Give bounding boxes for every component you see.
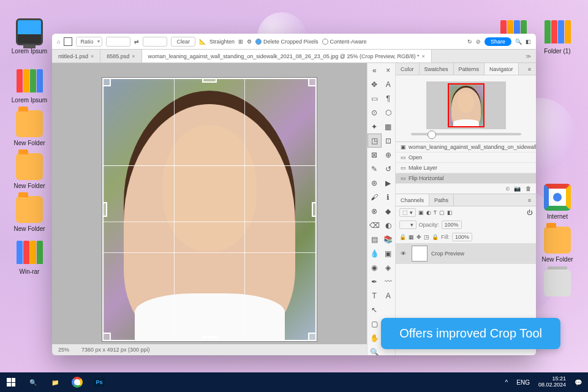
layer-row[interactable]: 👁 Crop Preview (396, 243, 536, 264)
wand-tool-icon[interactable]: ✦ (368, 119, 382, 134)
filter-type-icon[interactable]: T (434, 209, 437, 216)
snapshot-icon[interactable]: ⎚ (506, 186, 509, 192)
dodge-tool-icon[interactable]: ◉ (368, 260, 382, 274)
search-icon[interactable]: 🔍 (515, 39, 522, 45)
swatch-icon[interactable]: ▦ (382, 119, 396, 134)
history-item[interactable]: ▣woman_leaning_against_wall_standing_on_… (396, 142, 536, 153)
eyedropper-icon[interactable]: ✎ (368, 162, 382, 176)
desktop-icon-folder[interactable]: New Folder (10, 110, 49, 146)
zoom-level[interactable]: 25% (58, 347, 69, 353)
lock-icon[interactable]: 🔒 (399, 234, 406, 240)
stamp-tool-icon[interactable]: ⊗ (368, 204, 382, 218)
lock-artboard-icon[interactable]: ◳ (424, 234, 429, 240)
crop-tool-icon[interactable] (64, 37, 72, 46)
chrome-button[interactable] (66, 372, 88, 392)
tray-chevron-icon[interactable]: ^ (505, 379, 508, 386)
ratio-dropdown[interactable]: Ratio (76, 37, 102, 47)
blur-tool-icon[interactable]: 💧 (368, 246, 382, 260)
desktop-icon-books[interactable]: Lorem Ipsum (10, 67, 49, 104)
adjust-icon[interactable]: ◐ (382, 218, 396, 232)
swap-icon[interactable]: ⇄ (134, 39, 139, 45)
paragraph-icon[interactable]: ¶ (382, 91, 396, 105)
filter-smart-icon[interactable]: ◧ (447, 209, 453, 216)
crop-handle[interactable] (312, 202, 317, 217)
desktop-icon-monitor[interactable]: Lorem Ipsum (10, 18, 49, 55)
filter-shape-icon[interactable]: ▢ (439, 209, 445, 216)
shape-tool-icon[interactable]: ▢ (368, 317, 382, 331)
action-icon[interactable]: ▶ (382, 176, 396, 190)
document-tab[interactable]: 8585.psd× (100, 50, 141, 62)
eraser-tool-icon[interactable]: ⌫ (368, 218, 382, 232)
reset-icon[interactable]: ↻ (467, 39, 472, 45)
filter-image-icon[interactable]: ▣ (418, 209, 424, 216)
panel-close-icon[interactable]: × (382, 63, 396, 77)
brush-tool-icon[interactable]: 🖌 (368, 190, 382, 204)
frame-tool-icon[interactable]: ⊠ (368, 148, 382, 162)
crop-handle[interactable] (102, 202, 107, 217)
grid-overlay-icon[interactable]: ⊞ (238, 39, 243, 45)
opacity-input[interactable]: 100% (442, 221, 462, 229)
share-button[interactable]: Share (484, 37, 511, 46)
search-button[interactable]: 🔍 (22, 372, 44, 392)
crop-handle[interactable] (202, 78, 217, 83)
content-aware-checkbox[interactable]: Content-Aware (322, 39, 367, 45)
close-icon[interactable]: × (132, 53, 135, 59)
camera-icon[interactable]: 📷 (514, 186, 521, 192)
type-tool-icon[interactable]: A (382, 77, 396, 91)
info-icon[interactable]: ℹ (382, 190, 396, 204)
explorer-button[interactable]: 📁 (44, 372, 66, 392)
desktop-icon-folder[interactable]: New Folder (10, 153, 49, 189)
canvas-area[interactable]: 25% 7360 px x 4912 px (300 ppi) (52, 63, 367, 355)
trash-icon[interactable]: 🗑 (526, 186, 531, 192)
close-icon[interactable]: × (91, 53, 94, 59)
filter-toggle-icon[interactable]: ⏻ (527, 209, 532, 216)
home-icon[interactable]: ⌂ (57, 39, 60, 45)
tab-overflow[interactable]: ≫ (521, 53, 536, 59)
history-icon[interactable]: ↺ (382, 162, 396, 176)
navigator-thumbnail[interactable] (426, 81, 506, 129)
straighten-icon[interactable]: 📐 (199, 39, 206, 45)
panel-menu-icon[interactable]: ≡ (523, 194, 536, 206)
path-select-icon[interactable]: ↖ (368, 303, 382, 317)
text-tool-icon[interactable]: T (368, 288, 382, 303)
history-item[interactable]: ▭Open (396, 153, 536, 163)
desktop-icon-folder[interactable]: New Folder (538, 227, 577, 263)
tab-paths[interactable]: Paths (429, 194, 454, 206)
delete-cropped-checkbox[interactable]: Delete Cropped Pixels (255, 39, 318, 45)
desktop-icon-chrome[interactable]: Internet (538, 184, 577, 220)
history-item[interactable]: ▭Flip Horizontal (396, 173, 536, 184)
photoshop-button[interactable]: Ps (88, 372, 110, 392)
lock-all-icon[interactable]: 🔒 (432, 234, 439, 240)
clone-icon[interactable]: ⊕ (382, 148, 396, 162)
tab-swatches[interactable]: Swatches (420, 63, 454, 75)
gear-icon[interactable]: ⚙ (247, 39, 252, 45)
width-input[interactable] (106, 37, 130, 47)
blend-mode-dropdown[interactable]: ▾ (399, 221, 417, 229)
properties-icon[interactable]: ◆ (382, 204, 396, 218)
workspace-icon[interactable]: ◧ (526, 39, 531, 45)
navigator-viewport[interactable] (448, 83, 484, 127)
document-tab[interactable]: ntitled-1.psd× (52, 50, 100, 62)
clear-button[interactable]: Clear (171, 37, 195, 47)
desktop-icon-folder[interactable]: New Folder (10, 196, 49, 232)
zoom-tool-icon[interactable]: 🔍 (368, 345, 382, 355)
gradient-tool-icon[interactable]: ▤ (368, 232, 382, 246)
heal-tool-icon[interactable]: ⊛ (368, 176, 382, 190)
desktop-icon-winrar[interactable]: Win-rar (10, 239, 49, 275)
document-tab[interactable]: woman_leaning_against_wall_standing_on_s… (142, 50, 432, 62)
crop-tool-icon[interactable]: ◳ (368, 134, 382, 148)
crop-handle[interactable] (308, 78, 317, 86)
pen-tool-icon[interactable]: ✒ (368, 274, 382, 288)
start-button[interactable] (0, 372, 22, 392)
panel-toggle-icon[interactable]: « (368, 63, 382, 77)
crop-overlay[interactable] (102, 78, 317, 341)
history-item[interactable]: ▭Make Layer (396, 163, 536, 173)
lock-position-icon[interactable]: ✥ (417, 234, 421, 240)
channel-icon[interactable]: ◈ (382, 260, 396, 274)
hand-tool-icon[interactable]: ✋ (368, 331, 382, 345)
panel-menu-icon[interactable]: ≡ (523, 63, 536, 75)
notifications-icon[interactable]: 💬 (575, 379, 582, 386)
glyph-icon[interactable]: ⬡ (382, 105, 396, 119)
zoom-slider[interactable] (411, 133, 521, 135)
desktop-icon-trash[interactable] (538, 270, 577, 299)
